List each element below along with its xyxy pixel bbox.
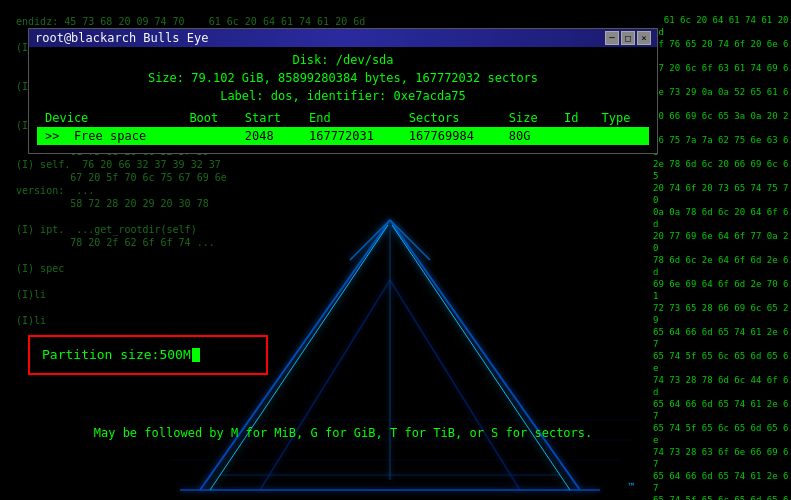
fdisk-title: root@blackarch Bulls Eye xyxy=(35,31,208,45)
row-end: 167772031 xyxy=(301,127,401,145)
row-boot xyxy=(181,127,236,145)
row-device: >> Free space xyxy=(37,127,181,145)
col-boot: Boot xyxy=(181,109,236,127)
col-size: Size xyxy=(501,109,556,127)
fdisk-body: Disk: /dev/sda Size: 79.102 GiB, 8589928… xyxy=(29,47,657,153)
col-device: Device xyxy=(37,109,181,127)
partition-table: Device Boot Start End Sectors Size Id Ty… xyxy=(37,109,649,145)
fdisk-window: root@blackarch Bulls Eye ─ □ × Disk: /de… xyxy=(28,28,658,154)
minimize-button[interactable]: ─ xyxy=(605,31,619,45)
right-panel-code: 61 6c 20 64 61 74 61 20 6d 6f 76 65 20 7… xyxy=(651,0,791,500)
row-start: 2048 xyxy=(237,127,301,145)
maximize-button[interactable]: □ xyxy=(621,31,635,45)
disk-size-line: Size: 79.102 GiB, 85899280384 bytes, 167… xyxy=(37,69,649,87)
row-id xyxy=(556,127,594,145)
fdisk-titlebar: root@blackarch Bulls Eye ─ □ × xyxy=(29,29,657,47)
col-sectors: Sectors xyxy=(401,109,501,127)
titlebar-buttons: ─ □ × xyxy=(605,31,651,45)
partition-size-value: 500M xyxy=(159,345,190,365)
partition-input-body: Partition size: 500M xyxy=(30,337,266,373)
row-size: 80G xyxy=(501,127,556,145)
row-type xyxy=(594,127,649,145)
partition-row-free-space[interactable]: >> Free space 2048 167772031 167769984 8… xyxy=(37,127,649,145)
help-text: May be followed by M for MiB, G for GiB,… xyxy=(28,426,658,440)
table-header-row: Device Boot Start End Sectors Size Id Ty… xyxy=(37,109,649,127)
col-id: Id xyxy=(556,109,594,127)
row-sectors: 167769984 xyxy=(401,127,501,145)
disk-label: Disk: /dev/sda xyxy=(37,51,649,69)
close-button[interactable]: × xyxy=(637,31,651,45)
col-end: End xyxy=(301,109,401,127)
partition-size-label: Partition size: xyxy=(42,345,159,365)
partition-input-line: Partition size: 500M xyxy=(42,345,254,365)
disk-info: Disk: /dev/sda Size: 79.102 GiB, 8589928… xyxy=(37,51,649,105)
partition-cursor xyxy=(192,348,200,362)
col-type: Type xyxy=(594,109,649,127)
disk-label-line: Label: dos, identifier: 0xe7acda75 xyxy=(37,87,649,105)
partition-input-window: Partition size: 500M xyxy=(28,335,268,375)
col-start: Start xyxy=(237,109,301,127)
tm-badge: ™ xyxy=(628,481,636,492)
